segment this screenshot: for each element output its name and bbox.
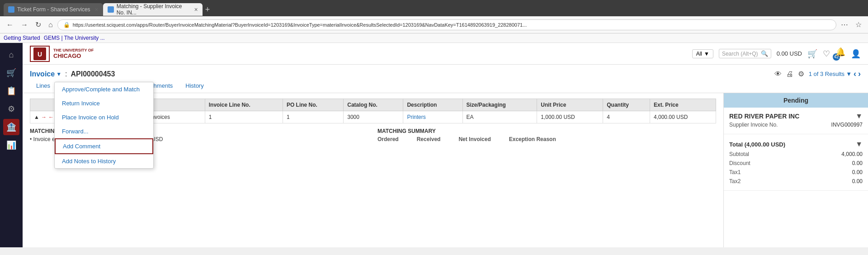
col-header-unit-price: Unit Price (537, 99, 603, 111)
menu-item-approve-label: Approve/Complete and Match (62, 86, 140, 93)
menu-item-forward[interactable]: Forward... (55, 124, 153, 138)
sidebar-item-chart[interactable]: 📊 (3, 137, 19, 153)
bookmarks-bar: Getting Started GEMS | The University ..… (0, 33, 868, 43)
bookmark-gems[interactable]: GEMS | The University ... (44, 35, 105, 41)
menu-item-add-notes[interactable]: Add Notes to History (55, 154, 153, 168)
sidebar: ⌂ 🛒 📋 ⚙ 🏦 📊 (0, 43, 23, 247)
menu-item-hold[interactable]: Place Invoice on Hold (55, 110, 153, 124)
lock-icon: 🔒 (63, 22, 70, 28)
col-header-catalog: Catalog No. (344, 99, 403, 111)
address-bar[interactable]: 🔒 https://usertest.sciquest.com/apps/Rou… (57, 19, 836, 30)
tab-close-1[interactable]: × (95, 6, 99, 13)
subtotal-row: Subtotal 4,000.00 (729, 150, 863, 159)
tax1-label: Tax1 (729, 169, 741, 175)
invoice-label[interactable]: Invoice ▼ (30, 70, 61, 78)
col-header-po-line: PO Line No. (283, 99, 343, 111)
logo-box: U (30, 46, 50, 62)
col-header-size: Size/Packaging (462, 99, 537, 111)
back-button[interactable]: ← (4, 20, 16, 30)
supplier-expand-icon[interactable]: ▼ (855, 112, 863, 120)
new-tab-button[interactable]: + (205, 5, 210, 14)
supplier-invoice-row: Supplier Invoice No. INVG000997 (729, 120, 863, 129)
notification-badge: 42 (833, 53, 840, 61)
logo-line1: THE UNIVERSITY OF (53, 48, 94, 52)
tab-favicon-2 (108, 6, 114, 13)
menu-item-add-comment[interactable]: Add Comment (55, 138, 153, 154)
all-chevron-icon: ▼ (704, 51, 709, 57)
heart-icon[interactable]: ♡ (823, 49, 830, 59)
tab-history[interactable]: History (179, 80, 210, 93)
tab-close-2[interactable]: × (194, 6, 198, 13)
invoice-number: API00000453 (71, 70, 115, 78)
logo-area: U THE UNIVERSITY OF CHICAGO (30, 46, 94, 62)
summary-label-exception: Exception Reason (509, 136, 556, 142)
bookmark-getting-started[interactable]: Getting Started (4, 35, 40, 41)
bookmark-button[interactable]: ☆ (853, 19, 864, 30)
cell-unit-price: 1,000.00 USD (537, 111, 603, 123)
sidebar-item-cart[interactable]: 🛒 (3, 65, 19, 81)
search-box[interactable]: Search (Alt+Q) 🔍 (719, 49, 771, 58)
settings-action-icon[interactable]: ⚙ (798, 70, 804, 78)
tax2-label: Tax2 (729, 178, 741, 184)
nav-extra-buttons: ⋯ ☆ (838, 19, 864, 30)
results-chevron-icon: ▼ (846, 71, 852, 77)
right-panel: Pending RED RIVER PAPER INC ▼ Supplier I… (723, 93, 868, 247)
tab-favicon-1 (8, 6, 14, 13)
all-label: All (696, 51, 702, 57)
menu-item-forward-label: Forward... (62, 128, 89, 135)
tab-history-label: History (185, 82, 203, 89)
tab-lines[interactable]: Lines (30, 80, 57, 93)
results-nav: 1 of 3 Results ▼ ‹ › (809, 69, 861, 79)
sidebar-item-bank[interactable]: 🏦 (3, 119, 19, 135)
invoice-dropdown-chevron[interactable]: ▼ (56, 71, 61, 77)
invoice-header: Invoice ▼ : API00000453 👁 🖨 ⚙ 1 of 3 Res… (23, 65, 868, 79)
price-badge: 0.00 USD (777, 50, 802, 57)
menu-item-return[interactable]: Return Invoice (55, 96, 153, 110)
invoice-label-text: Invoice (30, 70, 55, 78)
description-link[interactable]: Printers (407, 114, 425, 120)
results-text[interactable]: 1 of 3 Results ▼ (809, 71, 852, 77)
invoice-dropdown-menu: Approve/Complete and Match Return Invoic… (54, 82, 154, 169)
total-expand-icon[interactable]: ▼ (855, 140, 863, 148)
home-nav-button[interactable]: ⌂ (46, 20, 56, 30)
menu-item-add-notes-label: Add Notes to History (62, 158, 116, 165)
subtotal-value: 4,000.00 (841, 151, 863, 157)
cart-header-icon[interactable]: 🛒 (807, 49, 817, 59)
total-section: Total (4,000.00 USD) ▼ Subtotal 4,000.00… (724, 134, 868, 191)
summary-col: MATCHING SUMMARY Ordered Received Net In… (377, 128, 716, 142)
menu-item-approve[interactable]: Approve/Complete and Match (55, 82, 153, 96)
header-right: All ▼ Search (Alt+Q) 🔍 0.00 USD 🛒 ♡ 🔔 42… (692, 47, 861, 61)
prev-result-button[interactable]: ‹ (854, 69, 856, 79)
tab-matching[interactable]: Matching - Supplier Invoice No. IN... × (103, 3, 203, 16)
forward-button[interactable]: → (18, 20, 31, 30)
invoice-separator: : (65, 70, 67, 78)
menu-item-add-comment-label: Add Comment (63, 143, 100, 150)
more-button[interactable]: ⋯ (838, 19, 851, 30)
sidebar-item-settings[interactable]: ⚙ (3, 101, 19, 117)
view-icon[interactable]: 👁 (774, 70, 782, 78)
sidebar-item-home[interactable]: ⌂ (3, 47, 19, 63)
user-icon[interactable]: 👤 (851, 49, 861, 59)
tax2-row: Tax2 0.00 (729, 177, 863, 186)
tab-label-1: Ticket Form - Shared Services (17, 6, 90, 13)
svg-text:U: U (38, 51, 42, 58)
tab-label-2: Matching - Supplier Invoice No. IN... (117, 3, 190, 16)
cell-ext-price: 4,000.00 USD (650, 111, 716, 123)
sidebar-item-orders[interactable]: 📋 (3, 83, 19, 99)
total-label: Total (4,000.00 USD) ▼ (729, 140, 863, 148)
logo-text-area: THE UNIVERSITY OF CHICAGO (53, 48, 94, 59)
logo-line2: CHICAGO (53, 52, 94, 59)
tab-ticket-form[interactable]: Ticket Form - Shared Services × (4, 3, 103, 16)
all-dropdown[interactable]: All ▼ (692, 49, 713, 58)
search-icon[interactable]: 🔍 (761, 50, 768, 57)
print-icon[interactable]: 🖨 (786, 70, 793, 78)
tax1-row: Tax1 0.00 (729, 168, 863, 177)
next-result-button[interactable]: › (858, 69, 861, 79)
cell-po-line: 1 (283, 111, 343, 123)
browser-chrome: Ticket Form - Shared Services × Matching… (0, 0, 868, 43)
expand-icon[interactable]: ▲ (34, 114, 39, 120)
supplier-section: RED RIVER PAPER INC ▼ Supplier Invoice N… (724, 108, 868, 134)
refresh-button[interactable]: ↻ (33, 19, 44, 30)
supplier-name: RED RIVER PAPER INC ▼ (729, 112, 863, 120)
menu-item-return-label: Return Invoice (62, 100, 100, 107)
